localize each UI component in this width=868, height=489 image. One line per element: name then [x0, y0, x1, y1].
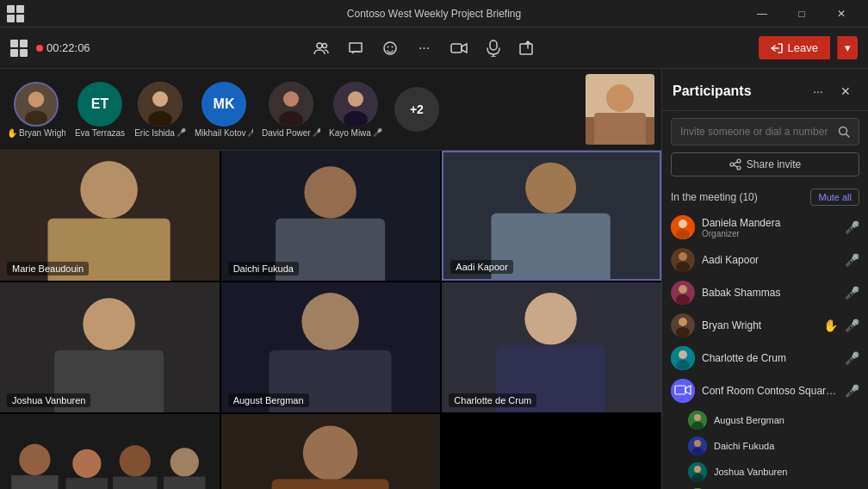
- video-cell-daichi: Daichi Fukuda: [221, 151, 441, 281]
- chat-icon[interactable]: [340, 33, 371, 64]
- svg-point-49: [72, 449, 101, 478]
- leave-button[interactable]: Leave: [759, 36, 830, 59]
- svg-rect-52: [113, 477, 157, 489]
- label-august: August Bergman: [228, 393, 309, 407]
- participants-icon[interactable]: [306, 33, 337, 64]
- list-item-marie-sub[interactable]: Marie Beaudouin: [662, 485, 868, 489]
- avatar-joshua-sub: [688, 462, 707, 481]
- info-aadi: Aadi Kapoor: [702, 254, 838, 266]
- svg-rect-9: [520, 44, 532, 54]
- search-container[interactable]: [671, 118, 859, 145]
- strip-participant-eric[interactable]: Eric Ishida 🎤: [134, 82, 186, 138]
- search-input[interactable]: [680, 126, 833, 138]
- info-babak: Babak Shammas: [702, 287, 838, 299]
- maximize-button[interactable]: □: [782, 0, 822, 28]
- svg-point-80: [676, 360, 690, 370]
- name-aadi-list: Aadi Kapoor: [702, 254, 838, 266]
- mute-all-button[interactable]: Mute all: [810, 189, 859, 206]
- svg-point-47: [19, 444, 50, 475]
- apps-icon[interactable]: [10, 40, 28, 57]
- strip-participant-kayo[interactable]: Kayo Miwa 🎤: [329, 82, 382, 138]
- info-daichi-sub: Daichi Fukuda: [714, 441, 859, 451]
- sidebar-header-icons: ··· ✕: [806, 79, 858, 103]
- name-eric: Eric Ishida 🎤: [134, 128, 186, 138]
- svg-point-77: [676, 327, 690, 337]
- avatar-daichi-sub: [688, 436, 707, 455]
- mic-action-conf[interactable]: 🎤: [845, 384, 859, 398]
- reactions-icon[interactable]: [375, 33, 406, 64]
- info-august-sub: August Bergman: [714, 415, 859, 425]
- avatar-mikhail: MK: [202, 82, 246, 127]
- avatar-eva: ET: [78, 82, 122, 127]
- svg-point-1: [322, 43, 326, 47]
- sidebar-more-button[interactable]: ···: [806, 79, 830, 103]
- mic-muted-mikhail: 🎤: [247, 128, 253, 137]
- avatar-charlotte-list: [671, 346, 695, 370]
- list-item-charlotte[interactable]: Charlotte de Crum 🎤: [662, 342, 868, 374]
- list-item-bryan[interactable]: Bryan Wright ✋ 🎤: [662, 309, 868, 342]
- name-conf-list: Conf Room Contoso Square 14...: [702, 385, 838, 397]
- strip-participant-mikhail[interactable]: MK Mikhail Kotov 🎤: [195, 82, 253, 138]
- recording-dot: [36, 45, 43, 52]
- svg-point-73: [679, 285, 687, 294]
- strip-more[interactable]: +2: [391, 87, 443, 132]
- grid-icon[interactable]: [7, 5, 24, 22]
- share-icon[interactable]: [512, 33, 543, 64]
- strip-participant-eva[interactable]: ET Eva Terrazas: [74, 82, 126, 138]
- label-charlotte: Charlotte de Crum: [449, 393, 536, 407]
- window-controls: — □ ✕: [742, 0, 861, 28]
- svg-point-20: [348, 91, 363, 107]
- svg-rect-6: [490, 40, 497, 50]
- avatar-conf: [671, 379, 695, 403]
- participants-list: Daniela Mandera Organizer 🎤 Aadi Kapoor: [662, 211, 868, 489]
- svg-point-62: [730, 163, 734, 166]
- mic-action-bryan[interactable]: 🎤: [845, 319, 859, 332]
- svg-rect-81: [671, 379, 695, 403]
- list-item-babak[interactable]: Babak Shammas 🎤: [662, 276, 868, 309]
- mic-action-daniela[interactable]: 🎤: [845, 220, 859, 234]
- leave-dropdown-button[interactable]: ▾: [837, 36, 858, 59]
- svg-point-12: [25, 110, 47, 126]
- strip-participant-bryan[interactable]: ✋ Bryan Wright: [7, 82, 65, 138]
- main-content: ✋ Bryan Wright ET Eva Terrazas: [0, 69, 868, 489]
- avatar-august-sub: [688, 411, 707, 430]
- mic-action-aadi[interactable]: 🎤: [845, 253, 859, 267]
- list-item-aadi[interactable]: Aadi Kapoor 🎤: [662, 244, 868, 276]
- list-item-conf-room[interactable]: Conf Room Contoso Square 14... 🎤: [662, 374, 868, 407]
- toolbar-right: Leave ▾: [759, 36, 858, 59]
- info-daniela: Daniela Mandera Organizer: [702, 217, 838, 238]
- call-timer: 00:22:06: [36, 41, 90, 54]
- svg-point-68: [676, 229, 690, 239]
- camera-icon[interactable]: [443, 33, 474, 64]
- svg-point-70: [679, 252, 687, 261]
- hand-action-bryan: ✋: [823, 319, 838, 332]
- svg-line-65: [734, 165, 737, 168]
- video-cell-conf: Conf Room Contoso Square 1432 (5) ···: [0, 414, 220, 489]
- svg-point-84: [694, 414, 701, 421]
- close-button[interactable]: ✕: [822, 0, 861, 28]
- svg-rect-58: [271, 480, 388, 489]
- info-bryan: Bryan Wright: [702, 319, 816, 331]
- info-charlotte: Charlotte de Crum: [702, 352, 838, 364]
- microphone-icon[interactable]: [478, 33, 509, 64]
- sidebar-close-button[interactable]: ✕: [834, 79, 858, 103]
- mic-action-charlotte[interactable]: 🎤: [845, 351, 859, 365]
- avatar-aadi-list: [671, 248, 695, 272]
- avatar-david: [269, 82, 313, 127]
- share-invite-button[interactable]: Share invite: [671, 152, 859, 176]
- video-cell-joshua: Joshua Vanburen: [0, 282, 220, 412]
- name-daniela: Daniela Mandera: [702, 217, 838, 229]
- name-eva: Eva Terrazas: [75, 128, 125, 138]
- in-meeting-label: In the meeting (10): [671, 191, 758, 203]
- minimize-button[interactable]: —: [742, 0, 782, 28]
- mic-action-babak[interactable]: 🎤: [845, 286, 859, 300]
- list-item-joshua-sub[interactable]: Joshua Vanburen: [662, 459, 868, 485]
- strip-participant-david[interactable]: David Power 🎤: [262, 82, 320, 138]
- video-cell-aadi: Aadi Kapoor: [442, 151, 661, 281]
- in-meeting-header: In the meeting (10) Mute all: [662, 185, 868, 211]
- list-item-daichi-sub[interactable]: Daichi Fukuda: [662, 433, 868, 459]
- list-item-daniela[interactable]: Daniela Mandera Organizer 🎤: [662, 211, 868, 244]
- list-item-august-sub[interactable]: August Bergman: [662, 407, 868, 433]
- more-options-icon[interactable]: ···: [409, 33, 440, 64]
- avatar-eric: [138, 82, 183, 127]
